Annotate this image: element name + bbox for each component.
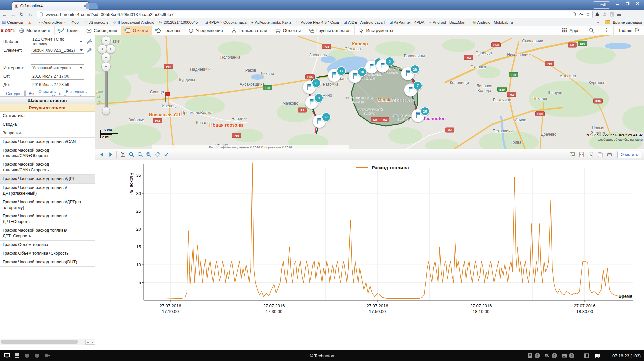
bookmark-item[interactable]: ▢ Adobe Flex 4.6 * Созд bbox=[296, 20, 339, 24]
other-bookmarks-button[interactable]: Другие закладки bbox=[613, 20, 642, 24]
toolbar-item[interactable]: Геозоны bbox=[152, 26, 184, 35]
map-icon[interactable] bbox=[593, 352, 603, 360]
report-list-item[interactable]: График Объём топлива bbox=[0, 241, 95, 249]
sidebar-horizontal-scrollbar-thumb[interactable] bbox=[1, 340, 78, 344]
export-pdf-button[interactable]: PDF bbox=[577, 151, 586, 159]
run-button[interactable]: Выполнить bbox=[62, 88, 90, 95]
bookmark-item[interactable]: ◢ 4PDA > Сборка ядра bbox=[205, 20, 246, 24]
pan-left-button[interactable] bbox=[98, 44, 107, 54]
report-list-item[interactable]: График Часовой расход топлива/CAN+Оборот… bbox=[0, 146, 95, 161]
bookmarks-overflow-chevron[interactable]: » bbox=[597, 20, 599, 25]
trend-line-button[interactable] bbox=[162, 151, 170, 159]
browser-tab[interactable]: ♜ Orf-monitor4 ✕ bbox=[12, 1, 89, 10]
report-list-item[interactable]: График Объём топлива+Скорость bbox=[0, 249, 95, 258]
toolbar-item[interactable]: Объекты bbox=[271, 26, 305, 35]
prev-page-button[interactable] bbox=[97, 151, 106, 159]
status-counter[interactable]: 0 bbox=[560, 352, 574, 360]
status-counter[interactable]: 0 bbox=[543, 352, 557, 360]
window-restore-button[interactable] bbox=[623, 0, 633, 7]
bookmark-item[interactable]: ~ Android - BuzzMan - bbox=[429, 20, 468, 24]
bookmark-item[interactable]: ✂ 2012021410000045 - bbox=[159, 20, 200, 24]
profile-button[interactable]: Lesli bbox=[593, 1, 610, 9]
forward-icon[interactable]: → bbox=[9, 12, 17, 17]
zoom-in-button[interactable] bbox=[101, 62, 111, 71]
report-list-item[interactable]: График Часовой расход топлива/ДРТ(по алг… bbox=[0, 198, 95, 212]
more-menu-button[interactable] bbox=[599, 26, 613, 35]
bookmark-star-icon[interactable] bbox=[586, 12, 590, 17]
monitor-icon[interactable] bbox=[2, 352, 12, 360]
zoom-slider-handle[interactable] bbox=[102, 107, 110, 115]
zoom-in-chart-button[interactable] bbox=[127, 151, 136, 159]
refresh-chart-button[interactable] bbox=[153, 151, 162, 159]
bookmark-item[interactable]: ✈ [Программа] Android bbox=[113, 20, 154, 24]
extension-bug-icon[interactable] bbox=[595, 12, 600, 17]
window-close-button[interactable] bbox=[633, 0, 643, 7]
report-list-item[interactable]: График Часовой расход топлива/ДРТ+Оборот… bbox=[0, 212, 95, 226]
zoom-window-button[interactable] bbox=[144, 151, 153, 159]
from-input[interactable]: 2016 Июль 27 17:00 bbox=[31, 73, 84, 80]
report-list-item[interactable]: График Часовой расход топлива(DUT) bbox=[0, 258, 95, 267]
bookmark-item[interactable]: ◔ «AndroidFan» — Фор bbox=[38, 20, 79, 24]
result-header[interactable]: Результат отчета bbox=[0, 104, 95, 112]
app-logo[interactable]: ♜ORF4 bbox=[0, 26, 15, 35]
toolbar-item[interactable]: Мониторинг bbox=[15, 26, 55, 35]
chart-clear-button[interactable]: Очистить bbox=[617, 151, 641, 158]
url-text[interactable]: www.orf-monitor4.com/?sid=00558ce67f95d0… bbox=[46, 12, 570, 17]
home-icon[interactable]: ⌂ bbox=[26, 12, 35, 17]
toolbar-item[interactable]: Инструменты bbox=[355, 26, 397, 35]
apps-button[interactable]: Apps bbox=[557, 26, 584, 35]
url-bar[interactable]: www.orf-monitor4.com/?sid=00558ce67f95d0… bbox=[37, 11, 593, 18]
toolbar-item[interactable]: Отчеты bbox=[121, 26, 152, 35]
slideshow-button[interactable] bbox=[568, 151, 577, 159]
bookmark-item[interactable]: ◢ AIDE - Android Java I bbox=[344, 20, 385, 24]
grid-view-icon[interactable] bbox=[12, 352, 22, 360]
report-list-item[interactable]: Сводка bbox=[0, 120, 95, 129]
toolbar-item[interactable]: Пользователи bbox=[227, 26, 272, 35]
report-list-item[interactable]: График Часовой расход топлива/CAN bbox=[0, 138, 95, 146]
report-list-item[interactable]: График Часовой расход топлива/ДРТ+Скорос… bbox=[0, 226, 95, 241]
new-tab-button[interactable] bbox=[86, 3, 98, 9]
panel-layout-icon[interactable] bbox=[581, 352, 591, 360]
search-button[interactable] bbox=[584, 26, 599, 35]
clear-button[interactable]: Очистить bbox=[35, 88, 59, 95]
bookmark-item[interactable]: ◢ AirPainter - 4PDA bbox=[389, 20, 424, 24]
report-list-item[interactable]: График Часовой расход топлива/ДРТ bbox=[0, 175, 95, 184]
interval-select[interactable]: Указанный интервал bbox=[31, 64, 84, 71]
scrollbar-right-arrow[interactable]: ▸ bbox=[90, 340, 95, 345]
key-icon[interactable] bbox=[579, 12, 584, 17]
element-settings-wrench-icon[interactable] bbox=[86, 47, 92, 53]
screen-1-icon[interactable] bbox=[22, 352, 32, 360]
report-list-item[interactable]: Статистика bbox=[0, 112, 95, 120]
templates-header[interactable]: Шаблоны отчетов bbox=[0, 96, 95, 104]
pan-down-button[interactable] bbox=[101, 53, 111, 62]
user-menu-button[interactable]: Tadmin bbox=[613, 26, 644, 35]
extension-person-icon[interactable] bbox=[602, 12, 607, 17]
map-canvas[interactable]: ГаткиПолочанкаПадневичиРаковЛихачиКурдун… bbox=[95, 35, 644, 150]
pan-up-button[interactable] bbox=[101, 36, 111, 45]
zoom-page-icon[interactable] bbox=[572, 12, 577, 17]
report-list-item[interactable]: График Часовой расход топлива/ДРТ(сглаже… bbox=[0, 184, 95, 198]
back-icon[interactable]: ← bbox=[0, 12, 9, 17]
toolbar-item[interactable]: Группы объектов bbox=[305, 26, 355, 35]
copy-report-button[interactable] bbox=[596, 151, 605, 159]
bookmark-item[interactable]: ▲ bbox=[28, 20, 33, 24]
bookmark-item[interactable]: ◉ Android - MobiLab.ru bbox=[472, 20, 513, 24]
bookmark-item[interactable]: ▢ JS консоль bbox=[84, 20, 109, 24]
template-select[interactable]: 12.1 Отчёт ТС по топливу bbox=[31, 38, 84, 45]
element-select[interactable]: Suzuki X90 v2.3_Lite(2) bbox=[31, 47, 84, 54]
toolbar-item[interactable]: Треки bbox=[55, 26, 82, 35]
report-map-error-link[interactable]: Сообщить об ошибке на карте bbox=[598, 138, 643, 141]
refresh-icon[interactable]: ↻ bbox=[17, 11, 26, 17]
pan-right-button[interactable] bbox=[106, 44, 115, 54]
window-minimize-button[interactable] bbox=[613, 0, 623, 7]
to-input[interactable]: 2016 Июль 27 23:59 bbox=[31, 81, 84, 88]
status-counter[interactable]: 0 bbox=[526, 352, 540, 360]
toolbar-item[interactable]: Сообщения bbox=[82, 26, 122, 35]
export-excel-button[interactable]: X bbox=[587, 151, 595, 159]
report-list-item[interactable]: График Часовой расход топлива/CAN+Скорос… bbox=[0, 160, 95, 175]
screen-2-icon[interactable] bbox=[32, 352, 42, 360]
bookmark-item[interactable]: ● AdAppter.mobi. Как з bbox=[251, 20, 291, 24]
browser-menu-icon[interactable] bbox=[617, 12, 622, 17]
toolbar-item[interactable]: Уведомления bbox=[184, 26, 227, 35]
scrollbar-left-arrow[interactable]: ◂ bbox=[85, 340, 90, 345]
